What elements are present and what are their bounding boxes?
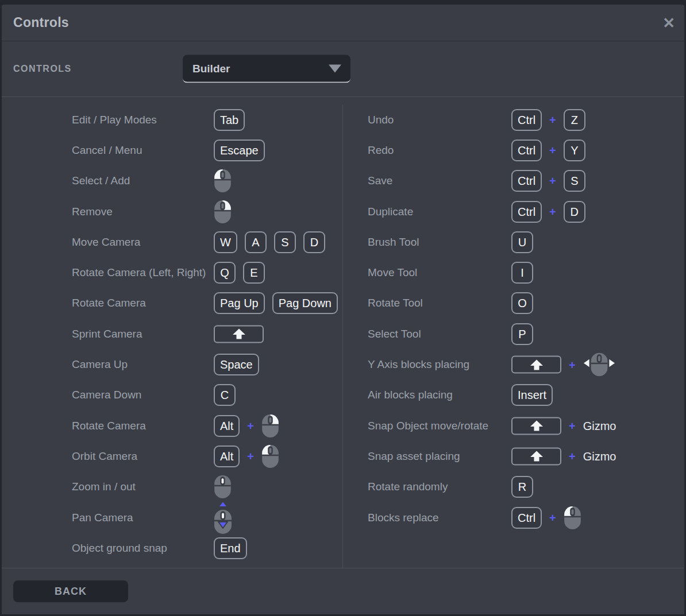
control-row: Rotate Camera (Left, Right) QE bbox=[2, 257, 342, 288]
control-row: Camera Up Space bbox=[2, 349, 342, 379]
control-row: Camera Down C bbox=[2, 380, 342, 410]
control-row: Move Tool I bbox=[343, 257, 684, 288]
control-label: Camera Down bbox=[72, 389, 141, 401]
control-binding bbox=[214, 475, 232, 499]
mouse-right-click-icon bbox=[261, 414, 279, 438]
key-ctrl: Ctrl bbox=[511, 170, 542, 192]
column-right: Undo Ctrl+Z Redo Ctrl+Y Save Ctrl+S Dupl… bbox=[343, 104, 684, 568]
mouse-scroll-leftright-icon bbox=[583, 352, 615, 377]
plus-separator: + bbox=[549, 512, 556, 524]
control-row: Object ground snap End bbox=[2, 533, 342, 563]
plus-separator: + bbox=[569, 359, 576, 370]
control-binding: Ctrl+ bbox=[511, 506, 581, 530]
controls-section-label: CONTROLS bbox=[13, 64, 72, 74]
control-label: Rotate Camera bbox=[72, 297, 146, 309]
control-binding: R bbox=[511, 476, 533, 498]
shift-key-icon bbox=[214, 325, 264, 343]
dialog-title: Controls bbox=[13, 15, 69, 30]
plus-separator: + bbox=[569, 451, 576, 462]
control-binding: U bbox=[511, 231, 533, 253]
mouse-left-click-icon bbox=[564, 506, 581, 530]
control-label: Snap asset placing bbox=[368, 450, 460, 463]
key-ctrl: Ctrl bbox=[511, 507, 542, 529]
control-row: Rotate Tool O bbox=[343, 288, 684, 319]
control-label: Zoom in / out bbox=[72, 481, 136, 493]
control-row: Undo Ctrl+Z bbox=[343, 104, 684, 135]
key-ctrl: Ctrl bbox=[511, 140, 542, 161]
control-label: Undo bbox=[368, 114, 394, 126]
control-row: Duplicate Ctrl+D bbox=[343, 196, 684, 227]
control-label: Pan Camera bbox=[72, 512, 133, 524]
close-icon[interactable]: ✕ bbox=[662, 16, 675, 30]
control-row: Select Tool P bbox=[343, 319, 684, 349]
control-label: Move Camera bbox=[72, 236, 140, 249]
key-c: C bbox=[214, 384, 236, 406]
control-row: Air blocks placing Insert bbox=[343, 380, 684, 410]
control-binding: Alt+ bbox=[214, 414, 279, 438]
control-binding: P bbox=[511, 323, 533, 345]
key-end: End bbox=[214, 537, 247, 559]
control-label: Redo bbox=[368, 144, 394, 157]
key-w: W bbox=[214, 231, 237, 253]
control-binding: I bbox=[511, 262, 533, 284]
plus-separator: + bbox=[549, 175, 556, 187]
control-binding: C bbox=[214, 384, 236, 406]
caret-down-icon bbox=[329, 64, 341, 72]
control-label: Orbit Camera bbox=[72, 450, 137, 463]
controls-selector-section: CONTROLS Builder bbox=[2, 41, 684, 97]
key-alt: Alt bbox=[214, 415, 240, 437]
key-ctrl: Ctrl bbox=[511, 201, 542, 223]
combo-text-gizmo: Gizmo bbox=[583, 419, 616, 432]
control-label: Select Tool bbox=[368, 328, 421, 340]
controls-scheme-dropdown[interactable]: Builder bbox=[183, 55, 350, 83]
control-binding: +Gizmo bbox=[511, 417, 616, 435]
control-label: Edit / Play Modes bbox=[72, 114, 157, 126]
mouse-scroll-icon bbox=[214, 475, 232, 499]
controls-dialog: Controls ✕ CONTROLS Builder Edit / Play … bbox=[0, 0, 686, 616]
control-row: Sprint Camera bbox=[2, 319, 342, 349]
control-label: Cancel / Menu bbox=[72, 144, 142, 157]
control-label: Air blocks placing bbox=[368, 389, 453, 401]
control-row: Rotate Camera Pag UpPag Down bbox=[2, 288, 342, 319]
control-row: Y Axis blocks placing + bbox=[343, 349, 684, 379]
mouse-left-click-icon bbox=[261, 444, 279, 468]
back-button[interactable]: BACK bbox=[13, 580, 128, 602]
key-p: P bbox=[511, 323, 533, 345]
control-binding: Alt+ bbox=[214, 444, 279, 468]
column-left: Edit / Play Modes Tab Cancel / Menu Esca… bbox=[2, 104, 343, 568]
control-row: Pan Camera bbox=[2, 502, 342, 533]
control-binding: Space bbox=[214, 354, 259, 375]
key-i: I bbox=[511, 262, 533, 284]
control-binding bbox=[214, 169, 232, 193]
control-row: Orbit Camera Alt+ bbox=[2, 441, 342, 471]
control-row: Snap asset placing +Gizmo bbox=[343, 441, 684, 471]
control-label: Rotate Camera (Left, Right) bbox=[72, 266, 206, 279]
key-s: S bbox=[274, 231, 296, 253]
control-binding: Ctrl+S bbox=[511, 170, 585, 192]
control-row: Redo Ctrl+Y bbox=[343, 135, 684, 165]
control-label: Y Axis blocks placing bbox=[368, 358, 469, 371]
control-label: Rotate Camera bbox=[72, 420, 146, 432]
control-binding: Ctrl+Z bbox=[511, 109, 585, 131]
shift-key-icon bbox=[511, 417, 561, 435]
mouse-right-click-icon bbox=[214, 200, 232, 224]
key-u: U bbox=[511, 231, 533, 253]
control-binding bbox=[214, 200, 232, 224]
control-label: Blocks replace bbox=[368, 512, 439, 524]
key-escape: Escape bbox=[214, 140, 265, 161]
key-e: E bbox=[243, 262, 265, 284]
control-binding: Ctrl+D bbox=[511, 201, 585, 223]
key-r: R bbox=[511, 476, 533, 498]
key-s: S bbox=[564, 170, 585, 192]
control-row: Rotate randomly R bbox=[343, 472, 684, 502]
plus-separator: + bbox=[549, 206, 556, 218]
bindings-area: Edit / Play Modes Tab Cancel / Menu Esca… bbox=[2, 97, 684, 568]
control-binding: QE bbox=[214, 262, 265, 284]
dialog-footer: BACK bbox=[2, 568, 684, 614]
control-binding: Ctrl+Y bbox=[511, 140, 585, 161]
control-binding bbox=[214, 325, 264, 343]
mouse-left-click-icon bbox=[214, 169, 232, 193]
control-binding: WASD bbox=[214, 231, 325, 253]
control-binding: O bbox=[511, 292, 533, 314]
control-label: Snap Object move/rotate bbox=[368, 420, 488, 432]
